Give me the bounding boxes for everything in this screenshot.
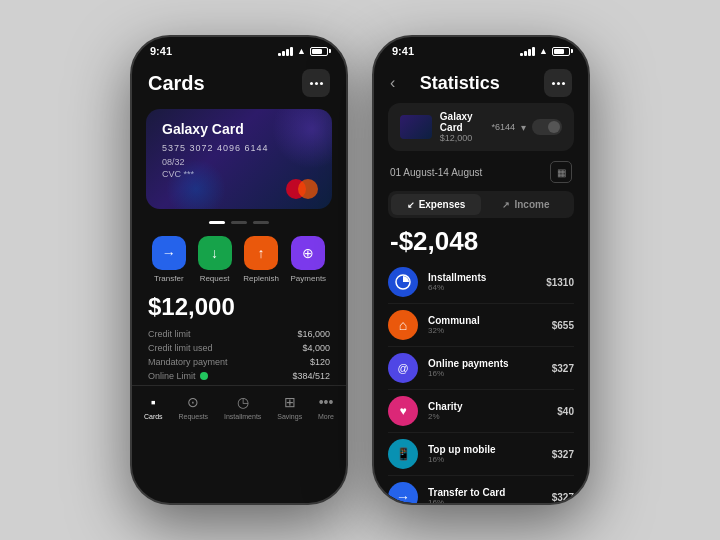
installments-amount: $1310 [546, 277, 574, 288]
card-expiry: 08/32 [162, 157, 316, 167]
replenish-label: Replenish [243, 274, 279, 283]
stats-tabs: ↙ Expenses ↗ Income [388, 191, 574, 218]
online-limit-row: Online Limit $384/512 [148, 371, 330, 381]
mandatory-label: Mandatory payment [148, 357, 228, 367]
battery-icon-right [552, 47, 570, 56]
credit-limit-label: Credit limit [148, 329, 191, 339]
topup-info: Top up mobile 16% [428, 444, 552, 464]
green-dot-icon [200, 372, 208, 380]
savings-nav-label: Savings [277, 413, 302, 420]
wifi-icon: ▲ [297, 46, 306, 56]
online-payments-icon: @ [388, 353, 418, 383]
request-icon: ↓ [198, 236, 232, 270]
communal-amount: $655 [552, 320, 574, 331]
nav-requests[interactable]: ⊙ Requests [179, 394, 209, 420]
card-selector-info: Galaxy Card $12,000 [440, 111, 492, 143]
cards-nav-label: Cards [144, 413, 163, 420]
stats-menu-dots[interactable] [544, 69, 572, 97]
transfer-info: Transfer to Card 16% [428, 487, 552, 503]
card-name: Galaxy Card [162, 121, 316, 137]
charity-info: Charity 2% [428, 401, 557, 421]
status-time-right: 9:41 [392, 45, 414, 57]
balance-section: $12,000 Credit limit $16,000 Credit limi… [132, 289, 346, 385]
back-button[interactable]: ‹ [390, 74, 395, 92]
request-button[interactable]: ↓ Request [198, 236, 232, 283]
bottom-nav: ▪ Cards ⊙ Requests ◷ Installments ⊞ Savi… [132, 385, 346, 430]
charity-name: Charity [428, 401, 557, 412]
card-dot-2 [231, 221, 247, 224]
card-cvc: CVC *** [162, 169, 316, 179]
charity-icon: ♥ [388, 396, 418, 426]
nav-more[interactable]: ••• More [318, 394, 334, 420]
calendar-icon[interactable]: ▦ [550, 161, 572, 183]
more-nav-icon: ••• [319, 394, 334, 410]
card-toggle[interactable] [532, 119, 562, 135]
nav-savings[interactable]: ⊞ Savings [277, 394, 302, 420]
expenses-tab-label: Expenses [419, 199, 466, 210]
expenses-tab[interactable]: ↙ Expenses [391, 194, 481, 215]
more-nav-label: More [318, 413, 334, 420]
income-tab[interactable]: ↗ Income [481, 194, 571, 215]
mandatory-row: Mandatory payment $120 [148, 357, 330, 367]
installments-pct: 64% [428, 283, 546, 292]
expenses-tab-icon: ↙ [407, 200, 415, 210]
expense-installments[interactable]: Installments 64% $1310 [388, 261, 574, 304]
expense-transfer[interactable]: → Transfer to Card 16% $327 [388, 476, 574, 503]
statistics-phone: 9:41 ▲ ‹ Statistics [372, 35, 590, 505]
status-icons-left: ▲ [278, 46, 328, 56]
communal-name: Communal [428, 315, 552, 326]
card-selector-left: Galaxy Card $12,000 [400, 111, 491, 143]
chevron-down-icon: ▾ [521, 122, 526, 133]
action-buttons: → Transfer ↓ Request ↑ Replenish ⊕ Payme… [132, 230, 346, 289]
credit-used-value: $4,000 [302, 343, 330, 353]
card-number: 5375 3072 4096 6144 [162, 143, 316, 153]
replenish-icon: ↑ [244, 236, 278, 270]
topup-name: Top up mobile [428, 444, 552, 455]
signal-icon [278, 46, 293, 56]
transfer-amount: $327 [552, 492, 574, 503]
card-last4: *6144 [491, 122, 515, 132]
topup-amount: $327 [552, 449, 574, 460]
cards-title: Cards [148, 72, 205, 95]
expense-topup[interactable]: 📱 Top up mobile 16% $327 [388, 433, 574, 476]
balance-amount: $12,000 [148, 293, 330, 321]
card-dot-3 [253, 221, 269, 224]
charity-pct: 2% [428, 412, 557, 421]
expense-online-payments[interactable]: @ Online payments 16% $327 [388, 347, 574, 390]
topup-icon: 📱 [388, 439, 418, 469]
phones-container: 9:41 ▲ Cards [130, 35, 590, 505]
nav-cards[interactable]: ▪ Cards [144, 394, 163, 420]
status-time-left: 9:41 [150, 45, 172, 57]
online-limit-value: $384/512 [292, 371, 330, 381]
payments-button[interactable]: ⊕ Payments [291, 236, 327, 283]
transfer-to-card-icon: → [388, 482, 418, 503]
replenish-button[interactable]: ↑ Replenish [243, 236, 279, 283]
credit-limit-row: Credit limit $16,000 [148, 329, 330, 339]
requests-nav-icon: ⊙ [187, 394, 199, 410]
nav-installments[interactable]: ◷ Installments [224, 394, 261, 420]
stats-title: Statistics [403, 73, 516, 94]
communal-info: Communal 32% [428, 315, 552, 335]
status-bar-right: 9:41 ▲ [374, 37, 588, 61]
mandatory-value: $120 [310, 357, 330, 367]
card-mini-preview [400, 115, 432, 139]
expense-list: Installments 64% $1310 ⌂ Communal 32% $6… [374, 261, 588, 503]
charity-amount: $40 [557, 406, 574, 417]
status-bar-left: 9:41 ▲ [132, 37, 346, 61]
menu-dots-button[interactable] [302, 69, 330, 97]
status-icons-right: ▲ [520, 46, 570, 56]
transfer-button[interactable]: → Transfer [152, 236, 186, 283]
cards-phone: 9:41 ▲ Cards [130, 35, 348, 505]
expense-communal[interactable]: ⌂ Communal 32% $655 [388, 304, 574, 347]
installments-info: Installments 64% [428, 272, 546, 292]
online-payments-pct: 16% [428, 369, 552, 378]
transfer-icon: → [152, 236, 186, 270]
payments-icon: ⊕ [291, 236, 325, 270]
signal-icon-right [520, 46, 535, 56]
card-selector[interactable]: Galaxy Card $12,000 *6144 ▾ [388, 103, 574, 151]
request-label: Request [200, 274, 230, 283]
online-payments-name: Online payments [428, 358, 552, 369]
expense-charity[interactable]: ♥ Charity 2% $40 [388, 390, 574, 433]
transfer-name: Transfer to Card [428, 487, 552, 498]
stats-total: -$2,048 [374, 222, 588, 261]
